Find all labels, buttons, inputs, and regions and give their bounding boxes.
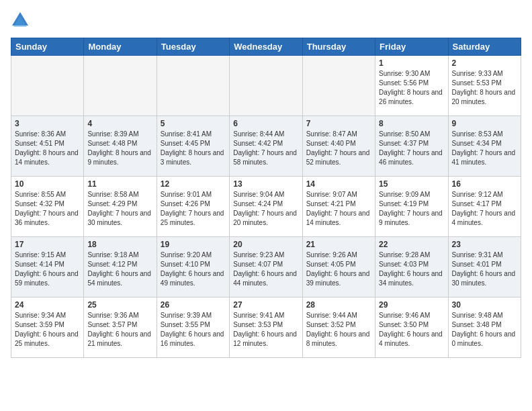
day-number: 19 [161,240,226,249]
calendar-cell: 23Sunrise: 9:31 AM Sunset: 4:01 PM Dayli… [448,237,521,298]
calendar-cell: 9Sunrise: 8:53 AM Sunset: 4:34 PM Daylig… [448,116,521,177]
day-info: Sunrise: 8:53 AM Sunset: 4:34 PM Dayligh… [452,130,517,167]
calendar-cell: 20Sunrise: 9:23 AM Sunset: 4:07 PM Dayli… [230,237,302,298]
day-number: 8 [379,119,444,128]
calendar-cell: 26Sunrise: 9:39 AM Sunset: 3:55 PM Dayli… [157,298,229,358]
calendar-cell [230,56,302,116]
col-header-friday: Friday [375,38,448,56]
day-info: Sunrise: 9:04 AM Sunset: 4:24 PM Dayligh… [233,190,298,228]
day-number: 11 [87,179,152,189]
day-number: 2 [452,58,517,68]
calendar-cell: 28Sunrise: 9:44 AM Sunset: 3:52 PM Dayli… [302,298,375,358]
calendar-cell: 25Sunrise: 9:36 AM Sunset: 3:57 PM Dayli… [84,298,157,358]
calendar-week-row: 10Sunrise: 8:55 AM Sunset: 4:32 PM Dayli… [11,177,521,237]
day-info: Sunrise: 9:30 AM Sunset: 5:56 PM Dayligh… [379,69,444,107]
calendar-week-row: 24Sunrise: 9:34 AM Sunset: 3:59 PM Dayli… [11,298,521,358]
day-number: 4 [87,119,152,128]
day-number: 12 [161,179,226,189]
calendar-cell: 7Sunrise: 8:47 AM Sunset: 4:40 PM Daylig… [302,116,375,177]
day-number: 30 [452,300,517,310]
calendar-cell: 13Sunrise: 9:04 AM Sunset: 4:24 PM Dayli… [230,177,302,237]
day-number: 13 [233,179,298,189]
calendar-cell: 10Sunrise: 8:55 AM Sunset: 4:32 PM Dayli… [11,177,84,237]
day-info: Sunrise: 8:55 AM Sunset: 4:32 PM Dayligh… [15,190,80,228]
day-number: 16 [452,179,517,189]
col-header-thursday: Thursday [302,38,375,56]
calendar-cell: 17Sunrise: 9:15 AM Sunset: 4:14 PM Dayli… [11,237,84,298]
day-number: 24 [15,300,80,310]
day-number: 6 [233,119,298,128]
day-number: 29 [379,300,444,310]
day-info: Sunrise: 9:48 AM Sunset: 3:48 PM Dayligh… [452,311,517,349]
day-number: 1 [379,58,444,68]
day-info: Sunrise: 9:09 AM Sunset: 4:19 PM Dayligh… [379,190,444,228]
calendar-cell: 30Sunrise: 9:48 AM Sunset: 3:48 PM Dayli… [448,298,521,358]
day-number: 25 [87,300,152,310]
calendar-cell: 24Sunrise: 9:34 AM Sunset: 3:59 PM Dayli… [11,298,84,358]
day-number: 10 [15,179,80,189]
calendar-cell: 5Sunrise: 8:41 AM Sunset: 4:45 PM Daylig… [157,116,229,177]
col-header-saturday: Saturday [448,38,521,56]
day-info: Sunrise: 9:44 AM Sunset: 3:52 PM Dayligh… [306,311,371,349]
day-info: Sunrise: 9:12 AM Sunset: 4:17 PM Dayligh… [452,190,517,228]
calendar-cell: 16Sunrise: 9:12 AM Sunset: 4:17 PM Dayli… [448,177,521,237]
day-number: 23 [452,240,517,249]
day-info: Sunrise: 9:26 AM Sunset: 4:05 PM Dayligh… [306,250,371,288]
day-info: Sunrise: 9:20 AM Sunset: 4:10 PM Dayligh… [161,250,226,288]
day-number: 15 [379,179,444,189]
calendar-cell [302,56,375,116]
col-header-tuesday: Tuesday [157,38,229,56]
calendar-cell: 22Sunrise: 9:28 AM Sunset: 4:03 PM Dayli… [375,237,448,298]
calendar-cell: 11Sunrise: 8:58 AM Sunset: 4:29 PM Dayli… [84,177,157,237]
day-info: Sunrise: 9:41 AM Sunset: 3:53 PM Dayligh… [233,311,298,349]
day-number: 26 [161,300,226,310]
day-number: 18 [87,240,152,249]
calendar-cell: 21Sunrise: 9:26 AM Sunset: 4:05 PM Dayli… [302,237,375,298]
day-info: Sunrise: 9:15 AM Sunset: 4:14 PM Dayligh… [15,250,80,288]
day-info: Sunrise: 9:34 AM Sunset: 3:59 PM Dayligh… [15,311,80,349]
col-header-sunday: Sunday [11,38,84,56]
day-number: 27 [233,300,298,310]
calendar-header-row: SundayMondayTuesdayWednesdayThursdayFrid… [11,38,521,56]
day-info: Sunrise: 9:39 AM Sunset: 3:55 PM Dayligh… [161,311,226,349]
day-info: Sunrise: 8:44 AM Sunset: 4:42 PM Dayligh… [233,130,298,167]
calendar-cell: 29Sunrise: 9:46 AM Sunset: 3:50 PM Dayli… [375,298,448,358]
day-number: 5 [161,119,226,128]
logo [11,11,32,30]
day-info: Sunrise: 8:36 AM Sunset: 4:51 PM Dayligh… [15,130,80,167]
calendar: SundayMondayTuesdayWednesdayThursdayFrid… [11,38,521,358]
day-info: Sunrise: 9:31 AM Sunset: 4:01 PM Dayligh… [452,250,517,288]
calendar-cell: 1Sunrise: 9:30 AM Sunset: 5:56 PM Daylig… [375,56,448,116]
day-info: Sunrise: 8:39 AM Sunset: 4:48 PM Dayligh… [87,130,152,167]
calendar-cell: 4Sunrise: 8:39 AM Sunset: 4:48 PM Daylig… [84,116,157,177]
day-info: Sunrise: 8:47 AM Sunset: 4:40 PM Dayligh… [306,130,371,167]
calendar-cell: 27Sunrise: 9:41 AM Sunset: 3:53 PM Dayli… [230,298,302,358]
col-header-wednesday: Wednesday [230,38,302,56]
day-info: Sunrise: 8:58 AM Sunset: 4:29 PM Dayligh… [87,190,152,228]
day-info: Sunrise: 8:41 AM Sunset: 4:45 PM Dayligh… [161,130,226,167]
day-number: 3 [15,119,80,128]
calendar-cell: 2Sunrise: 9:33 AM Sunset: 5:53 PM Daylig… [448,56,521,116]
day-info: Sunrise: 9:46 AM Sunset: 3:50 PM Dayligh… [379,311,444,349]
day-number: 21 [306,240,371,249]
calendar-cell: 14Sunrise: 9:07 AM Sunset: 4:21 PM Dayli… [302,177,375,237]
logo-icon [11,11,30,30]
calendar-cell: 18Sunrise: 9:18 AM Sunset: 4:12 PM Dayli… [84,237,157,298]
day-number: 28 [306,300,371,310]
day-info: Sunrise: 8:50 AM Sunset: 4:37 PM Dayligh… [379,130,444,167]
page-header [11,11,521,30]
calendar-cell: 3Sunrise: 8:36 AM Sunset: 4:51 PM Daylig… [11,116,84,177]
calendar-cell: 15Sunrise: 9:09 AM Sunset: 4:19 PM Dayli… [375,177,448,237]
calendar-cell: 6Sunrise: 8:44 AM Sunset: 4:42 PM Daylig… [230,116,302,177]
calendar-cell [157,56,229,116]
day-info: Sunrise: 9:28 AM Sunset: 4:03 PM Dayligh… [379,250,444,288]
calendar-cell: 19Sunrise: 9:20 AM Sunset: 4:10 PM Dayli… [157,237,229,298]
calendar-week-row: 1Sunrise: 9:30 AM Sunset: 5:56 PM Daylig… [11,56,521,116]
calendar-cell: 8Sunrise: 8:50 AM Sunset: 4:37 PM Daylig… [375,116,448,177]
day-info: Sunrise: 9:18 AM Sunset: 4:12 PM Dayligh… [87,250,152,288]
day-info: Sunrise: 9:01 AM Sunset: 4:26 PM Dayligh… [161,190,226,228]
day-number: 9 [452,119,517,128]
day-number: 14 [306,179,371,189]
day-number: 22 [379,240,444,249]
calendar-week-row: 3Sunrise: 8:36 AM Sunset: 4:51 PM Daylig… [11,116,521,177]
